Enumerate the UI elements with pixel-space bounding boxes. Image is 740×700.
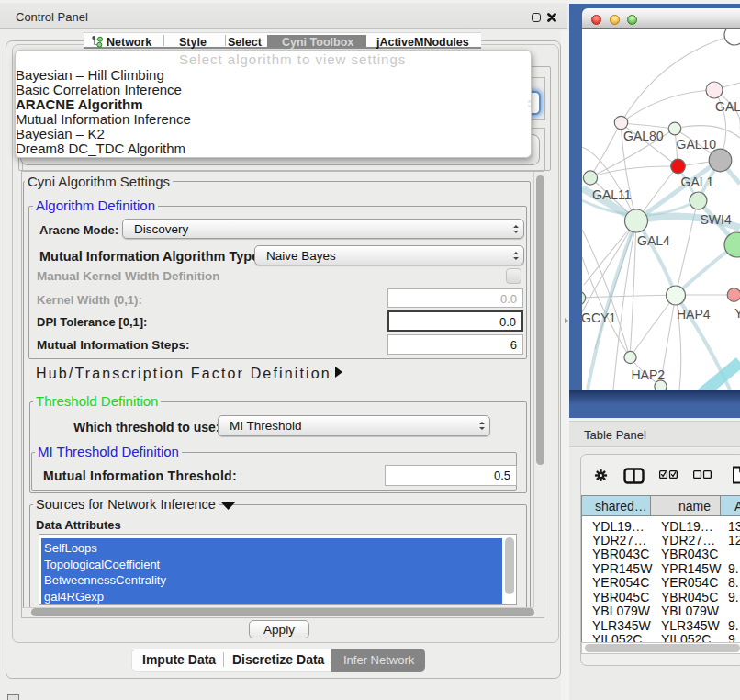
svg-text:HAP2: HAP2: [632, 367, 666, 382]
svg-text:GAL11: GAL11: [592, 187, 632, 202]
svg-text:GAL1: GAL1: [681, 175, 714, 189]
svg-text:HAP4: HAP4: [677, 307, 711, 322]
svg-text:GAL2: GAL2: [715, 99, 740, 114]
svg-text:YJ: YJ: [734, 306, 740, 321]
svg-text:GAL80: GAL80: [623, 129, 664, 143]
svg-text:SWI4: SWI4: [701, 212, 732, 227]
svg-text:GAL4: GAL4: [637, 233, 670, 248]
svg-text:GCY1: GCY1: [582, 310, 616, 325]
svg-text:GAL10: GAL10: [677, 137, 717, 152]
